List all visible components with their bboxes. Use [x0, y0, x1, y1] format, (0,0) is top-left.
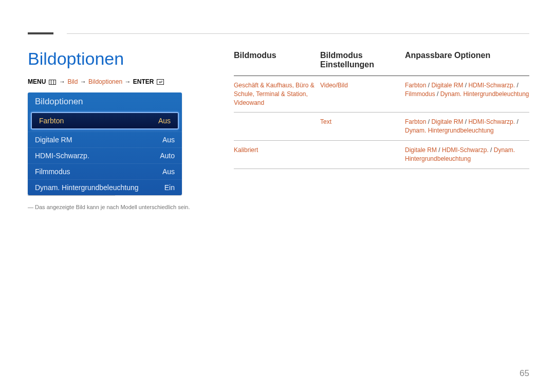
panel-row[interactable]: Dynam. HintergrundbeleuchtungEin — [28, 179, 182, 195]
table-row: KalibriertDigitale RM / HDMI-Schwarzp. /… — [234, 141, 529, 169]
footnote-divider — [28, 195, 115, 196]
th-anpassbare-optionen: Anpassbare Optionen — [405, 51, 529, 69]
breadcrumb-menu: MENU — [28, 78, 46, 85]
section-accent — [28, 32, 53, 34]
cell-bildmodus: Geschäft & Kaufhaus, Büro & Schule, Term… — [234, 81, 320, 107]
panel-row[interactable]: Digitale RMAus — [28, 132, 182, 147]
panel-row[interactable]: FarbtonAus — [31, 112, 179, 129]
breadcrumb-enter: ENTER — [133, 78, 154, 85]
panel-title: Bildoptionen — [28, 92, 182, 111]
breadcrumb-path2: Bildoptionen — [88, 78, 122, 85]
panel-row[interactable]: FilmmodusAus — [28, 163, 182, 179]
table-row: Geschäft & Kaufhaus, Büro & Schule, Term… — [234, 76, 529, 113]
options-table: Bildmodus Bildmodus Einstellungen Anpass… — [234, 51, 529, 169]
table-header-row: Bildmodus Bildmodus Einstellungen Anpass… — [234, 51, 529, 76]
th-bildmodus: Bildmodus — [234, 51, 320, 69]
footnote: ― Das angezeigte Bild kann je nach Model… — [28, 204, 529, 210]
breadcrumb-path1: Bild — [67, 78, 78, 85]
arrow-icon: → — [59, 78, 66, 85]
enter-icon — [157, 79, 164, 85]
svg-rect-0 — [49, 80, 55, 84]
arrow-icon: → — [80, 78, 87, 85]
cell-optionen: Farbton / Digitale RM / HDMI-Schwarzp. /… — [405, 81, 529, 107]
panel-row-value: Aus — [162, 167, 175, 176]
page-number: 65 — [520, 368, 529, 379]
cell-einstellungen: Video/Bild — [320, 81, 405, 107]
osd-panel: Bildoptionen FarbtonAusDigitale RMAusHDM… — [28, 92, 182, 195]
panel-row-label: Filmmodus — [35, 167, 70, 176]
cell-optionen: Digitale RM / HDMI-Schwarzp. / Dynam. Hi… — [405, 146, 529, 163]
top-divider — [67, 33, 529, 34]
panel-row-label: Farbton — [39, 117, 64, 125]
panel-row-value: Ein — [164, 183, 175, 192]
cell-bildmodus — [234, 118, 320, 135]
cell-einstellungen: Text — [320, 118, 405, 135]
panel-row-label: Dynam. Hintergrundbeleuchtung — [35, 183, 139, 192]
panel-row-value: Aus — [162, 136, 175, 144]
panel-row-value: Auto — [160, 152, 175, 160]
table-row: TextFarbton / Digitale RM / HDMI-Schwarz… — [234, 113, 529, 141]
panel-row[interactable]: HDMI-Schwarzp.Auto — [28, 147, 182, 163]
cell-optionen: Farbton / Digitale RM / HDMI-Schwarzp. /… — [405, 118, 529, 135]
cell-bildmodus: Kalibriert — [234, 146, 320, 163]
panel-row-label: HDMI-Schwarzp. — [35, 152, 89, 160]
panel-row-value: Aus — [158, 117, 171, 125]
arrow-icon: → — [124, 78, 131, 85]
th-bildmodus-einstellungen: Bildmodus Einstellungen — [320, 51, 405, 69]
cell-einstellungen — [320, 146, 405, 163]
menu-icon — [49, 80, 56, 85]
panel-row-label: Digitale RM — [35, 136, 72, 144]
